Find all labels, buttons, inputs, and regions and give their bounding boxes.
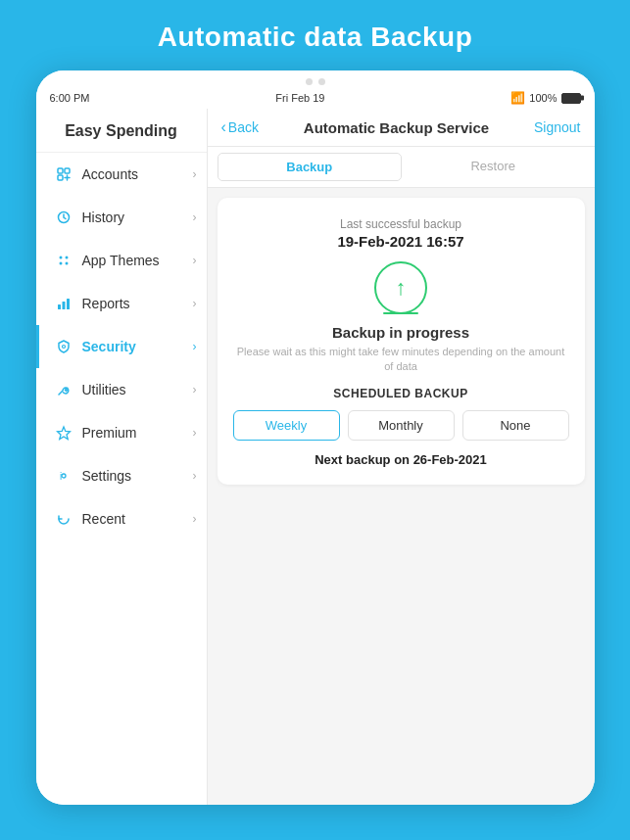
svg-point-4 [59, 257, 62, 259]
premium-icon [53, 422, 74, 443]
app-content: Easy Spending Accounts › History › [36, 109, 595, 805]
tablet-frame: 6:00 PM Fri Feb 19 📶 100% Easy Spending … [36, 70, 595, 805]
svg-rect-0 [58, 168, 63, 173]
security-icon [53, 336, 74, 357]
chevron-left-icon: ‹ [221, 118, 226, 136]
status-date: Fri Feb 19 [275, 92, 324, 104]
tab-row: Backup Restore [208, 147, 595, 188]
chevron-settings: › [193, 469, 197, 483]
sidebar: Easy Spending Accounts › History › [36, 109, 208, 805]
sidebar-item-app-themes[interactable]: App Themes › [36, 239, 207, 282]
sidebar-item-accounts-label: Accounts [82, 166, 193, 182]
page-title: Automatic data Backup [158, 0, 473, 70]
sidebar-item-reports-label: Reports [82, 296, 193, 311]
recent-icon [53, 508, 74, 530]
battery-icon [561, 93, 581, 104]
accounts-icon [53, 163, 74, 185]
svg-point-6 [59, 262, 62, 265]
nav-title: Automatic Backup Service [259, 119, 534, 136]
tablet-camera-row [36, 70, 595, 89]
status-bar: 6:00 PM Fri Feb 19 📶 100% [36, 89, 595, 109]
sidebar-item-premium[interactable]: Premium › [36, 411, 207, 454]
sidebar-item-security-label: Security [82, 339, 193, 354]
svg-rect-8 [58, 304, 61, 309]
schedule-btn-none[interactable]: None [462, 410, 569, 441]
tab-backup[interactable]: Backup [218, 153, 403, 181]
schedule-btn-weekly[interactable]: Weekly [233, 410, 340, 441]
chevron-recent: › [193, 512, 197, 526]
upload-arrow-icon: ↑ [396, 275, 407, 301]
sidebar-item-app-themes-label: App Themes [82, 253, 193, 268]
sidebar-item-reports[interactable]: Reports › [36, 282, 207, 325]
sidebar-item-security[interactable]: Security › [36, 325, 207, 368]
sidebar-item-utilities[interactable]: Utilities › [36, 368, 207, 411]
svg-rect-9 [62, 302, 65, 309]
svg-rect-10 [67, 299, 70, 309]
main-panel: ‹ Back Automatic Backup Service Signout … [208, 109, 595, 805]
svg-rect-1 [65, 168, 70, 173]
battery-percent: 100% [529, 92, 557, 104]
sidebar-item-settings-label: Settings [82, 468, 193, 484]
schedule-btn-monthly[interactable]: Monthly [348, 410, 455, 441]
svg-point-5 [65, 257, 68, 259]
back-button[interactable]: ‹ Back [221, 118, 259, 136]
last-backup-label: Last successful backup [233, 217, 569, 231]
chevron-app-themes: › [193, 254, 197, 267]
sidebar-item-recent-label: Recent [82, 511, 193, 527]
svg-point-7 [65, 262, 68, 265]
status-right: 📶 100% [510, 91, 580, 105]
history-icon [53, 207, 74, 228]
sidebar-item-history[interactable]: History › [36, 196, 207, 239]
last-backup-date: 19-Feb-2021 16:57 [233, 233, 569, 250]
svg-marker-12 [57, 427, 70, 440]
chevron-utilities: › [193, 383, 197, 397]
sidebar-item-history-label: History [82, 210, 193, 225]
chevron-reports: › [193, 297, 197, 310]
wifi-icon: 📶 [510, 91, 525, 105]
camera-dot-1 [306, 78, 313, 85]
schedule-buttons: Weekly Monthly None [233, 410, 569, 441]
sidebar-item-utilities-label: Utilities [82, 382, 193, 397]
sidebar-item-settings[interactable]: i Settings › [36, 454, 207, 497]
settings-icon: i [53, 465, 74, 487]
nav-bar: ‹ Back Automatic Backup Service Signout [208, 109, 595, 147]
backup-in-progress: Backup in progress [233, 324, 569, 341]
back-label: Back [228, 119, 259, 135]
chevron-history: › [193, 210, 197, 224]
sidebar-item-premium-label: Premium [82, 425, 193, 441]
app-themes-icon [53, 250, 74, 271]
signout-button[interactable]: Signout [534, 119, 580, 135]
reports-icon [53, 293, 74, 314]
svg-point-13 [62, 474, 66, 478]
chevron-premium: › [193, 426, 197, 440]
svg-text:i: i [60, 471, 62, 482]
backup-status: Last successful backup 19-Feb-2021 16:57 [233, 213, 569, 250]
sidebar-item-accounts[interactable]: Accounts › [36, 153, 207, 196]
svg-point-11 [62, 346, 65, 349]
chevron-security: › [193, 340, 197, 353]
utilities-icon [53, 379, 74, 400]
app-logo: Easy Spending [36, 109, 207, 153]
scheduled-title: SCHEDULED BACKUP [233, 387, 569, 400]
upload-circle: ↑ [374, 261, 427, 314]
sidebar-item-recent[interactable]: Recent › [36, 497, 207, 540]
backup-card: Last successful backup 19-Feb-2021 16:57… [218, 198, 585, 485]
next-backup: Next backup on 26-Feb-2021 [233, 452, 569, 467]
backup-desc: Please wait as this might take few minut… [233, 345, 569, 375]
camera-dot-2 [318, 78, 325, 85]
chevron-accounts: › [193, 167, 197, 181]
tab-restore[interactable]: Restore [402, 153, 585, 181]
svg-rect-2 [58, 175, 63, 180]
status-time: 6:00 PM [50, 92, 90, 104]
